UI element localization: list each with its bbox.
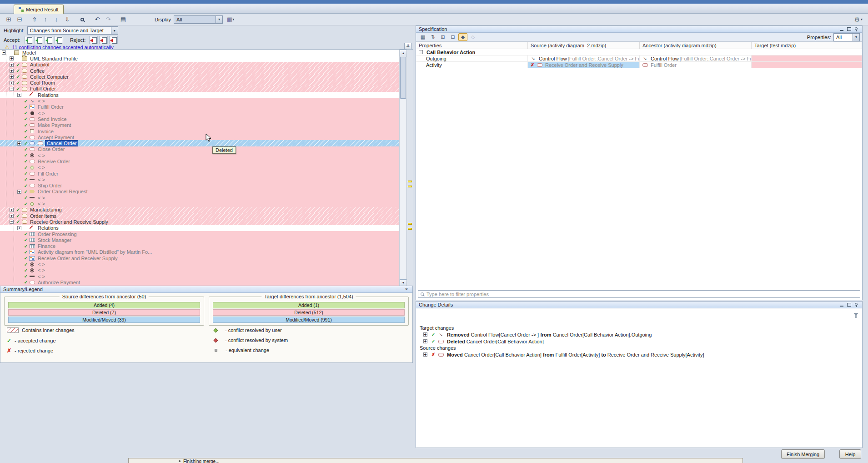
expander-plus-icon[interactable]: + [17,93,23,97]
properties-table-icon[interactable]: ▤ [118,15,128,24]
tree-item[interactable]: ✓Finance [0,243,399,249]
source-value-cell[interactable]: ✗Receive Order and Receive Supply [528,62,640,68]
tree-item[interactable]: ✓Receive Order and Receiver Supply [0,255,399,261]
tree-item[interactable]: ✓Accept Payment [0,134,399,140]
expander-plus-icon[interactable]: + [423,332,429,337]
expand-categories-icon[interactable]: ⊞ [438,33,447,41]
tree-item[interactable]: ✓Stock Manager [0,237,399,243]
expander-plus-icon[interactable]: + [423,352,429,357]
expander-plus-icon[interactable]: + [423,339,429,343]
column-header[interactable]: Target (test.mdzip) [752,42,862,49]
property-name-cell[interactable]: Outgoing [416,55,528,61]
tree-item[interactable]: ✓Make Payment [0,122,399,128]
tree-item[interactable]: ✓Authorize Payment [0,279,399,285]
collapse-all-icon[interactable]: ⊟ [15,15,25,24]
reject-change-icon[interactable] [89,36,98,44]
group-by-category-icon[interactable]: ▦ [418,33,427,41]
minimize-icon[interactable] [839,302,845,307]
last-change-icon[interactable]: ⇩ [62,15,72,24]
spec-section-row[interactable]: −Call Behavior Action [416,49,862,55]
expander-minus-icon[interactable]: − [419,50,425,54]
collapse-categories-icon[interactable]: ⊟ [448,33,457,41]
tree-item[interactable]: +✓Coffee [0,68,399,74]
ancestor-value-cell[interactable]: Fulfill Order [640,62,752,68]
tab-merged-result[interactable]: Merged Result [14,5,64,14]
property-row[interactable]: Outgoing↘Control Flow[Fulfill Order::Can… [416,55,862,62]
properties-select[interactable]: All ▾ [833,33,860,41]
scroll-up-icon[interactable]: ▲ [400,50,407,56]
tree-item[interactable]: ✓Invoice [0,128,399,134]
table-columns-icon[interactable]: ▥▾ [226,15,236,24]
expand-all-icon[interactable]: ⊞ [4,15,14,24]
tree-item[interactable]: −✓Fulfill Order [0,86,399,92]
finish-merging-button[interactable]: Finish Merging [781,449,825,459]
expander-plus-icon[interactable]: + [10,69,15,73]
highlight-select[interactable]: Changes from Source and Target ▾ [27,26,118,35]
tree-item[interactable]: +Relations [0,225,399,231]
tree-item[interactable]: ✓< > [0,110,399,116]
tree-item[interactable]: ✓< > [0,165,399,171]
tree-item[interactable]: ✓Fill Order [0,171,399,176]
first-change-icon[interactable]: ⇧ [30,15,40,24]
minimize-icon[interactable] [839,26,845,32]
tree-item[interactable]: ✓< > [0,176,399,182]
tree-item[interactable]: ✓< > [0,273,399,279]
change-item[interactable]: +✓Deleted Cancel Order[Call Behavior Act… [416,338,862,345]
tree-item[interactable]: ✓↘< > [0,98,399,104]
reject-with-children-icon[interactable] [99,36,108,44]
expander-plus-icon[interactable]: + [10,214,15,218]
expander-minus-icon[interactable]: − [2,50,8,55]
expander-minus-icon[interactable]: − [10,220,15,224]
target-value-cell[interactable] [752,62,862,68]
expander-plus-icon[interactable]: + [17,226,23,230]
previous-change-icon[interactable]: ↑ [40,15,50,24]
background-progress-window[interactable]: Finishing merge... [128,458,743,463]
tree-item[interactable]: +✓Cool Room [0,80,399,86]
expander-plus-icon[interactable]: + [10,56,15,60]
tree-item[interactable]: +✓Cancel Order [0,140,399,146]
tree-item[interactable]: ✓< > [0,261,399,267]
help-button[interactable]: Help [839,449,861,459]
accept-target-icon[interactable] [55,36,63,44]
scrollbar-thumb[interactable] [400,57,406,99]
tree-item[interactable]: ✓< > [0,195,399,201]
column-header[interactable]: Source (activity diagram_2.mdzip) [528,42,640,49]
pin-icon[interactable] [853,302,859,307]
filter-changes-icon[interactable] [853,313,858,318]
pin-icon[interactable] [853,26,859,32]
close-icon[interactable]: ✕ [403,287,410,292]
tree-item[interactable]: +✓Order Items [0,213,399,219]
tree-item[interactable]: ✓Activity diagram from "UML Distilled" b… [0,249,399,255]
tree-item[interactable]: ✓Ship Order [0,183,399,189]
tree-item[interactable]: −Model [0,50,399,55]
tree-item[interactable]: −✓Receive Order and Receive Supply [0,219,399,225]
change-marker[interactable] [408,181,412,182]
tree-item[interactable]: +✓Order Cancel Request [0,189,399,195]
tree-item[interactable]: ✓< > [0,201,399,206]
scroll-down-icon[interactable]: ▼ [400,279,407,286]
expander-plus-icon[interactable]: + [10,63,15,67]
expander-minus-icon[interactable]: − [10,87,15,91]
marker-menu-icon[interactable]: ⇊ [404,43,411,49]
expander-plus-icon[interactable]: + [17,141,23,146]
tree-item[interactable]: +UML Standard Profile [0,55,399,61]
tree-item[interactable]: +✓Autopilot [0,62,399,68]
show-equivalent-properties-icon[interactable]: ◇ [468,33,477,41]
tree-scrollbar[interactable]: ▲ ▼ [399,50,406,286]
tree-item[interactable]: ✓Close Order [0,146,399,152]
accept-with-children-icon[interactable] [35,36,43,44]
filter-properties-input[interactable] [426,292,858,297]
undo-icon[interactable]: ↶ [92,15,102,24]
display-select[interactable]: All ▾ [174,15,223,24]
tree-item[interactable]: +✓Collect Computer [0,74,399,80]
next-conflict-icon[interactable] [77,15,87,24]
tree-item[interactable]: ✓Receive Order [0,158,399,164]
expander-plus-icon[interactable]: + [10,75,15,79]
source-value-cell[interactable]: ↘Control Flow[Fulfill Order::Cancel Orde… [528,55,640,61]
float-icon[interactable] [846,302,852,307]
change-item[interactable]: +✓↘Removed Control Flow[Cancel Order -> … [416,331,862,338]
expander-plus-icon[interactable]: + [17,190,23,194]
accept-source-icon[interactable] [45,36,53,44]
show-changed-properties-icon[interactable]: ◆ [458,33,467,41]
accept-change-icon[interactable] [25,36,33,44]
